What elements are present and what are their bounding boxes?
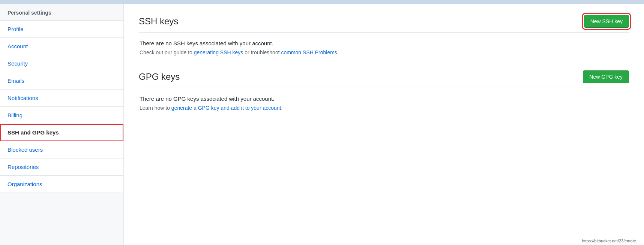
gpg-guide-suffix: .: [281, 105, 282, 111]
top-bar: [0, 0, 644, 4]
gpg-section-header: GPG keys New GPG key: [139, 70, 629, 88]
sidebar-item-account[interactable]: Account: [0, 38, 123, 55]
sidebar-item-billing[interactable]: Billing: [0, 107, 123, 124]
sidebar-item-profile[interactable]: Profile: [0, 21, 123, 38]
ssh-guide-text: Check out our guide to generating SSH ke…: [140, 49, 628, 55]
ssh-no-keys-message: There are no SSH keys associated with yo…: [140, 40, 628, 46]
sidebar-item-emails[interactable]: Emails: [0, 72, 123, 90]
ssh-guide-link1[interactable]: generating SSH keys: [194, 49, 243, 55]
url-hint: https://bitbucket.net/23/emote...: [581, 238, 641, 244]
ssh-guide-link2[interactable]: common SSH Problems: [281, 49, 337, 55]
ssh-guide-middle: or troubleshoot: [243, 49, 281, 55]
gpg-guide-prefix: Learn how to: [140, 105, 171, 111]
ssh-guide-suffix: .: [337, 49, 339, 55]
new-gpg-key-button[interactable]: New GPG key: [583, 70, 629, 83]
ssh-section-title: SSH keys: [139, 16, 178, 27]
sidebar-header: Personal settings: [0, 4, 123, 21]
sidebar-item-security[interactable]: Security: [0, 55, 123, 72]
gpg-section-title: GPG keys: [139, 72, 180, 82]
sidebar: Personal settings Profile Account Securi…: [0, 4, 124, 245]
page-layout: Personal settings Profile Account Securi…: [0, 4, 644, 245]
gpg-section-body: There are no GPG keys associated with yo…: [139, 96, 629, 111]
gpg-guide-text: Learn how to generate a GPG key and add …: [140, 105, 628, 111]
ssh-keys-section: SSH keys New SSH key There are no SSH ke…: [139, 15, 629, 55]
new-ssh-key-button[interactable]: New SSH key: [584, 15, 629, 28]
sidebar-item-organizations[interactable]: Organizations: [0, 176, 123, 193]
gpg-keys-section: GPG keys New GPG key There are no GPG ke…: [139, 70, 629, 111]
ssh-section-body: There are no SSH keys associated with yo…: [139, 40, 629, 55]
sidebar-item-repositories[interactable]: Repositories: [0, 158, 123, 176]
ssh-section-header: SSH keys New SSH key: [139, 15, 629, 33]
gpg-guide-link1[interactable]: generate a GPG key and add it to your ac…: [171, 105, 281, 111]
main-content: SSH keys New SSH key There are no SSH ke…: [124, 4, 644, 245]
sidebar-item-ssh-gpg-keys[interactable]: SSH and GPG keys: [0, 124, 123, 141]
sidebar-item-blocked-users[interactable]: Blocked users: [0, 141, 123, 158]
ssh-guide-prefix: Check out our guide to: [140, 49, 194, 55]
gpg-no-keys-message: There are no GPG keys associated with yo…: [140, 96, 628, 102]
sidebar-item-notifications[interactable]: Notifications: [0, 90, 123, 107]
